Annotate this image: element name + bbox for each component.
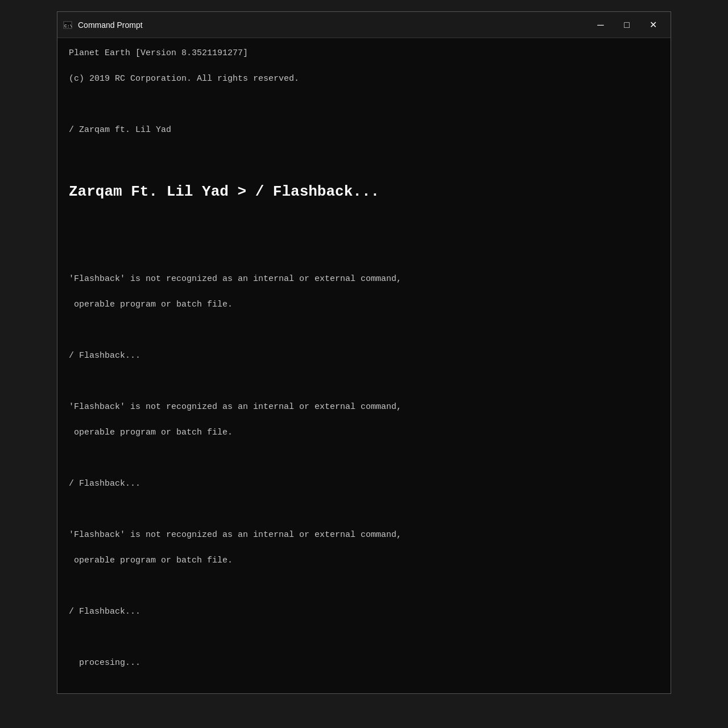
console-line-blank2 bbox=[69, 150, 659, 163]
window-controls: ─ □ ✕ bbox=[588, 12, 666, 38]
minimize-button[interactable]: ─ bbox=[588, 12, 614, 38]
console-line-error3a: 'Flashback' is not recognized as an inte… bbox=[69, 529, 659, 542]
console-line-version: Planet Earth [Version 8.3521191277] bbox=[69, 47, 659, 60]
svg-text:C:\: C:\ bbox=[64, 23, 73, 28]
console-line-blank10 bbox=[69, 631, 659, 644]
close-button[interactable]: ✕ bbox=[640, 12, 666, 38]
console-line-error2b: operable program or batch file. bbox=[69, 427, 659, 440]
console-line-blank7 bbox=[69, 452, 659, 465]
title-bar: C:\ Command Prompt ─ □ ✕ bbox=[57, 12, 671, 38]
console-line-blank4 bbox=[69, 247, 659, 260]
console-line-error2a: 'Flashback' is not recognized as an inte… bbox=[69, 401, 659, 414]
console-line-blank3 bbox=[69, 222, 659, 235]
console-line-blank1 bbox=[69, 98, 659, 111]
console-line-path2: / Flashback... bbox=[69, 350, 659, 363]
console-line-blank8 bbox=[69, 503, 659, 516]
maximize-button[interactable]: □ bbox=[614, 12, 640, 38]
console-line-error3b: operable program or batch file. bbox=[69, 555, 659, 568]
console-line-path1: / Zarqam ft. Lil Yad bbox=[69, 124, 659, 137]
console-line-blank9 bbox=[69, 580, 659, 593]
console-line-path3: / Flashback... bbox=[69, 478, 659, 491]
console-line-prompt-big: Zarqam Ft. Lil Yad > / Flashback... bbox=[69, 181, 659, 203]
console-line-blank5 bbox=[69, 324, 659, 337]
window-title: Command Prompt bbox=[78, 20, 588, 30]
console-line-blank11 bbox=[69, 682, 659, 694]
console-line-error1b: operable program or batch file. bbox=[69, 299, 659, 312]
console-output: Planet Earth [Version 8.3521191277](c) 2… bbox=[57, 38, 671, 693]
console-line-processing: procesing... bbox=[69, 657, 659, 670]
console-line-blank6 bbox=[69, 375, 659, 388]
console-line-copyright: (c) 2019 RC Corporation. All rights rese… bbox=[69, 73, 659, 86]
cmd-window: C:\ Command Prompt ─ □ ✕ Planet Earth [V… bbox=[57, 11, 671, 694]
console-line-path4: / Flashback... bbox=[69, 606, 659, 619]
console-line-error1a: 'Flashback' is not recognized as an inte… bbox=[69, 273, 659, 286]
cmd-icon: C:\ bbox=[62, 19, 73, 31]
